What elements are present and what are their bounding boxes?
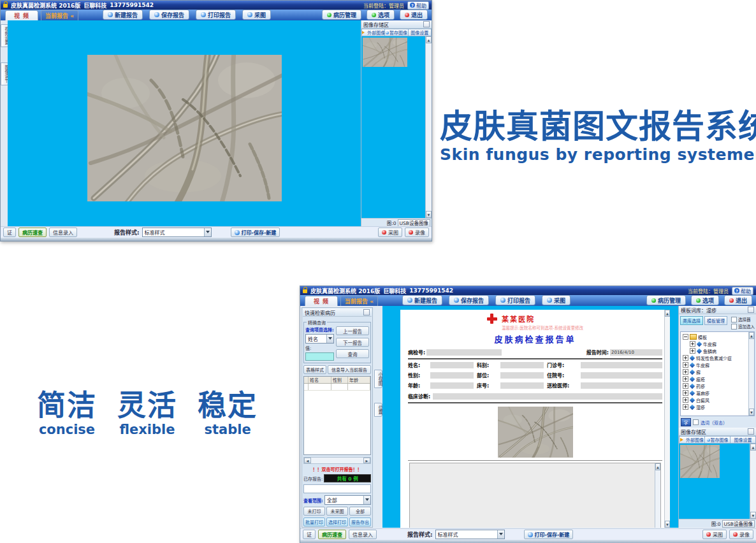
filter-uncaptured-button[interactable]: 未采图 [326,507,348,516]
horizontal-scrollbar[interactable]: ◀ ▶ [303,457,371,464]
report-field-value[interactable] [430,382,474,389]
expand-icon[interactable] [683,369,688,375]
library-select-button[interactable]: 类库选择 [680,316,703,325]
tree-item[interactable]: 痤疮 [683,375,753,382]
scrollbar[interactable]: ▲▼ [425,36,432,218]
scroll-right-icon[interactable]: ▶ [363,458,370,463]
report-microscope-image[interactable] [498,407,573,458]
image-settings-button[interactable]: 图像设置 [731,436,756,444]
tree-item[interactable]: 荨麻疹 [683,389,753,396]
quick-search-button[interactable]: 病历速查 [18,228,47,237]
scrollbar[interactable]: ▲▼ [655,463,660,528]
report-style-select[interactable]: 标准样式 [435,530,505,539]
tree-item[interactable]: 牛皮癣 [683,361,753,368]
report-field-value[interactable] [500,372,544,379]
scroll-down-icon[interactable]: ▼ [749,409,754,416]
expand-icon[interactable] [690,341,695,347]
append-checkbox[interactable] [731,324,737,329]
temp-image-button[interactable]: 暂存图像 [705,436,731,444]
tree-item[interactable]: 白癜风 [683,396,753,403]
view-range-select[interactable]: 全部 [324,495,371,505]
filter-all-button[interactable]: 全部 [349,507,371,516]
save-report-button[interactable]: 保存报告 [449,295,489,305]
capture-image-button[interactable]: 采图 [242,10,271,20]
patient-records-button[interactable]: 病历管理 [322,10,361,20]
scroll-up-icon[interactable]: ▲ [655,463,660,470]
scroll-up-icon[interactable]: ▲ [665,310,670,317]
tree-item[interactable]: 模板 [683,333,753,340]
report-text-area[interactable]: ▲▼ [409,463,661,528]
save-report-button[interactable]: 保存报告 [149,10,189,20]
tree-item[interactable]: 鱼鳞病 [683,347,753,354]
export-report-button[interactable]: 报告存出 [349,518,371,526]
options-button[interactable]: 选项 [691,295,719,305]
print-report-button[interactable]: 打印报告 [495,295,535,305]
import-to-report-button[interactable]: 信息导入当前报告 [328,365,371,374]
expand-icon[interactable] [683,376,688,382]
expand-icon[interactable] [683,390,688,396]
tab-video[interactable]: 视 频 [305,296,338,306]
cert-button[interactable]: 证 [3,228,16,237]
prev-report-button[interactable]: 上一报告 [336,326,369,335]
scroll-down-icon[interactable]: ▼ [750,512,756,519]
temp-image-button[interactable]: 暂存图像 [385,29,408,36]
expand-icon[interactable] [683,355,688,361]
search-field-select[interactable]: 姓名 [305,334,334,344]
template-tree[interactable]: 模板 牛皮癣 鱼鳞病 特发性色素减少症 牛皮癣 癣 痤疮 药疹 荨麻疹 白癜风 … [680,331,755,416]
report-time-field[interactable]: 2016/4/10 [610,349,662,356]
batch-print-button[interactable]: 批量打印 [303,518,325,526]
capture-button[interactable]: 采图 [702,530,727,539]
scrollbar[interactable]: ▲▼ [750,444,756,519]
image-settings-button[interactable]: 图像设置 [409,29,432,36]
table-style-button[interactable]: 表格样式 [303,365,326,374]
tab-video[interactable]: 视 频 [5,10,38,20]
collapse-panel-button[interactable] [748,307,754,313]
options-button[interactable]: 选项 [367,10,395,20]
report-field-value[interactable] [430,362,474,368]
font-button[interactable]: 字 [681,418,691,426]
side-tab-small-view[interactable]: 小视图 [374,370,382,388]
capture-image-button[interactable]: 采图 [542,295,571,305]
usb-source-chip[interactable]: USB设备图像 [398,219,430,227]
info-entry-button[interactable]: 信息录入 [49,228,77,237]
scroll-up-icon[interactable]: ▲ [426,36,432,43]
print-save-new-button[interactable]: 打印-保存-新建 [231,228,280,237]
expand-icon[interactable] [683,362,688,368]
report-field-value[interactable] [500,362,544,368]
scroll-up-icon[interactable]: ▲ [750,444,756,451]
expand-icon[interactable] [683,404,688,410]
tree-item[interactable]: 湿疹 [683,403,753,410]
help-button[interactable]: 帮助 [407,1,429,10]
new-report-button[interactable]: 新建报告 [402,295,442,305]
saved-report-field[interactable] [303,484,371,493]
stored-image-thumbnail[interactable] [363,38,407,67]
record-button[interactable]: 录像 [729,530,753,539]
filter-unprinted-button[interactable]: 未打印 [303,507,325,516]
stored-image-thumbnail[interactable] [680,445,720,478]
report-field-value[interactable] [581,372,662,379]
search-value-input[interactable] [305,352,334,361]
next-report-button[interactable]: 下一报告 [336,338,369,347]
tab-current-report[interactable]: 当前报告 « [340,296,378,306]
tree-item[interactable]: 药疹 [683,382,753,389]
expand-icon[interactable] [683,397,688,403]
scroll-up-icon[interactable]: ▲ [749,332,754,339]
query-button[interactable]: 查询 [336,349,369,358]
print-save-new-button[interactable]: 打印-保存-新建 [524,530,574,539]
expand-icon[interactable] [690,348,695,354]
external-image-button[interactable]: 外部图像 [361,29,385,36]
tree-item[interactable]: 特发性色素减少症 [683,354,753,361]
help-button[interactable]: 帮助 [732,287,753,295]
tab-current-report[interactable]: 当前报告 « [41,10,78,20]
report-style-select[interactable]: 标准样式 [142,228,212,237]
exit-button[interactable]: 退出 [400,10,428,20]
usb-source-chip[interactable]: USB设备图像 [722,520,755,528]
external-image-button[interactable]: 外部图像 [679,436,705,444]
select-print-button[interactable]: 选择打印 [326,518,348,526]
expand-icon[interactable] [683,383,688,389]
new-report-button[interactable]: 新建报告 [103,10,143,20]
exit-button[interactable]: 退出 [724,295,752,305]
report-field-value[interactable] [500,382,544,389]
collapse-panel-button[interactable] [423,21,430,27]
cert-button[interactable]: 证 [303,530,316,539]
